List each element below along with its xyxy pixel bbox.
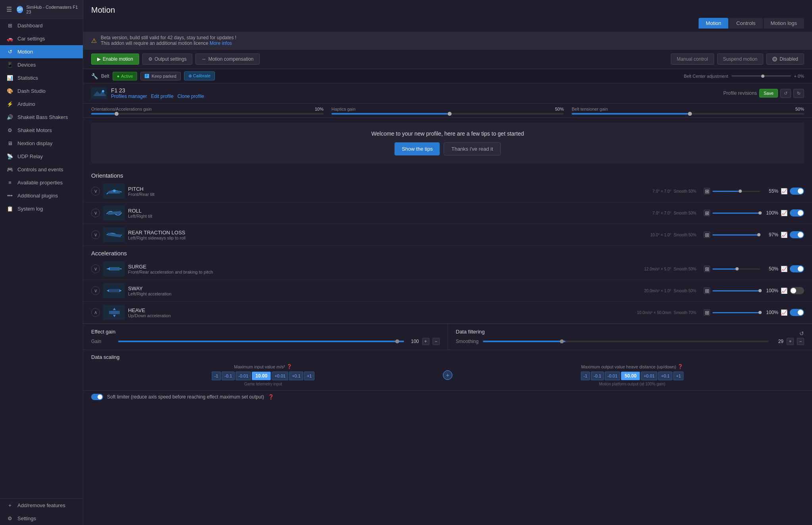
surge-toggle[interactable]: [790, 265, 804, 272]
manual-control-button[interactable]: Manual control: [671, 54, 714, 65]
redo-button[interactable]: ↻: [793, 89, 804, 98]
rear-traction-toggle[interactable]: [790, 231, 804, 238]
soft-limiter-toggle[interactable]: [91, 394, 103, 400]
pitch-slider[interactable]: [712, 191, 760, 192]
rear-traction-settings-icon[interactable]: ⊞: [704, 232, 710, 238]
tab-motion-logs[interactable]: Motion logs: [764, 18, 804, 29]
output-value-button[interactable]: 50.00: [621, 372, 640, 380]
notice-link[interactable]: More infos: [210, 40, 232, 46]
sidebar-item-dashboard[interactable]: ⊞ Dashboard: [0, 19, 83, 32]
input-value-button[interactable]: 10.00: [252, 372, 271, 380]
orientations-gain-track[interactable]: [91, 113, 324, 115]
edit-profile-link[interactable]: Edit profile: [151, 94, 174, 99]
sidebar-item-additional-plugins[interactable]: ••• Additional plugins: [0, 189, 83, 202]
tab-controls[interactable]: Controls: [729, 18, 762, 29]
sidebar-item-dash-studio[interactable]: 🎨 Dash Studio: [0, 84, 83, 98]
scaling-input-help[interactable]: ❓: [287, 364, 292, 369]
output-settings-button[interactable]: ⚙ Output settings: [142, 54, 193, 65]
rear-traction-slider[interactable]: [712, 234, 760, 236]
profiles-manager-link[interactable]: Profiles manager: [111, 94, 147, 99]
sway-expand-button[interactable]: ∨: [91, 286, 100, 295]
smoothing-minus-button[interactable]: −: [797, 338, 804, 345]
enable-motion-button[interactable]: ▶ Enable motion: [91, 54, 139, 65]
sway-toggle[interactable]: [790, 287, 804, 294]
sidebar-item-available-properties[interactable]: ≡ Available properties: [0, 176, 83, 189]
output-plus-001-button[interactable]: +0.01: [641, 372, 657, 380]
sidebar-item-devices[interactable]: 📱 Devices: [0, 58, 83, 71]
smoothing-slider[interactable]: [483, 341, 769, 342]
sidebar-item-udp-relay[interactable]: 📡 UDP Relay: [0, 150, 83, 163]
sidebar-item-controls-events[interactable]: 🎮 Controls and events: [0, 163, 83, 176]
haptics-gain-track[interactable]: [331, 113, 564, 115]
save-button[interactable]: Save: [759, 89, 778, 98]
sidebar-item-shakeit-motors[interactable]: ⚙ Shakeit Motors: [0, 124, 83, 137]
pitch-chart-icon[interactable]: 📈: [781, 188, 787, 194]
input-plus-001-button[interactable]: +0.01: [272, 372, 288, 380]
output-plus-1-button[interactable]: +1: [673, 372, 684, 380]
data-filtering-reset-button[interactable]: ↺: [799, 330, 804, 337]
input-minus-1-button[interactable]: -1: [212, 372, 221, 380]
input-plus-01-button[interactable]: +0.1: [289, 372, 303, 380]
belt-tensioner-gain-track[interactable]: [572, 113, 804, 115]
roll-expand-button[interactable]: ∨: [91, 209, 100, 217]
pitch-settings-icon[interactable]: ⊞: [704, 188, 710, 194]
belt-active-button[interactable]: ● Active: [113, 72, 138, 80]
roll-chart-icon[interactable]: 📈: [781, 210, 787, 216]
sway-slider[interactable]: [712, 290, 760, 291]
pitch-expand-button[interactable]: ∨: [91, 187, 100, 195]
belt-center-slider[interactable]: [732, 75, 791, 77]
sidebar-item-shakeit-bass[interactable]: 🔊 Shakeit Bass Shakers: [0, 111, 83, 124]
soft-limiter-help-icon[interactable]: ❓: [268, 394, 274, 400]
belt-calibrate-button[interactable]: ⊕ Calibrate: [184, 71, 215, 80]
surge-expand-button[interactable]: ∨: [91, 264, 100, 273]
sidebar-item-settings[interactable]: ⚙ Settings: [0, 512, 83, 525]
gain-plus-button[interactable]: +: [422, 338, 429, 345]
haptics-gain-value: 50%: [555, 107, 564, 111]
heave-chart-icon[interactable]: 📈: [781, 309, 787, 316]
surge-chart-icon[interactable]: 📈: [781, 266, 787, 272]
heave-toggle[interactable]: [790, 309, 804, 316]
scaling-output-help[interactable]: ❓: [678, 364, 683, 369]
gain-slider[interactable]: [118, 341, 404, 342]
gain-minus-button[interactable]: −: [433, 338, 440, 345]
suspend-motion-button[interactable]: Suspend motion: [717, 54, 764, 65]
sidebar-item-nextion[interactable]: 🖥 Nextion display: [0, 137, 83, 150]
sidebar-item-add-remove[interactable]: + Add/remove features: [0, 499, 83, 512]
surge-settings-icon[interactable]: ⊞: [704, 266, 710, 272]
smoothing-plus-button[interactable]: +: [787, 338, 794, 345]
undo-button[interactable]: ↺: [780, 89, 791, 98]
input-minus-001-button[interactable]: -0.01: [236, 372, 251, 380]
output-minus-001-button[interactable]: -0.01: [605, 372, 620, 380]
show-tips-button[interactable]: Show the tips: [395, 142, 440, 155]
clone-profile-link[interactable]: Clone profile: [177, 94, 204, 99]
sidebar-item-system-log[interactable]: 📋 System log: [0, 202, 83, 215]
surge-slider[interactable]: [712, 268, 760, 270]
heave-slider[interactable]: [712, 312, 760, 313]
sidebar-item-car-settings[interactable]: 🚗 Car settings: [0, 32, 83, 45]
heave-expand-button[interactable]: ∧: [91, 308, 100, 317]
hamburger-button[interactable]: ☰: [5, 4, 13, 15]
roll-settings-icon[interactable]: ⊞: [704, 210, 710, 216]
output-minus-1-button[interactable]: -1: [581, 372, 590, 380]
sidebar-item-motion[interactable]: ↺ Motion: [0, 45, 83, 58]
rear-traction-expand-button[interactable]: ∨: [91, 230, 100, 239]
motion-compensation-button[interactable]: ↔ Motion compensation: [195, 54, 259, 65]
roll-toggle[interactable]: [790, 209, 804, 217]
input-plus-1-button[interactable]: +1: [304, 372, 315, 380]
scaling-row: Maximum input value m/s² ❓ -1 -0.1 -0.01…: [91, 364, 804, 386]
rear-traction-chart-icon[interactable]: 📈: [781, 232, 787, 238]
roll-slider[interactable]: [712, 213, 760, 214]
output-minus-01-button[interactable]: -0.1: [591, 372, 604, 380]
pitch-toggle[interactable]: [790, 188, 804, 195]
sidebar-item-arduino[interactable]: ⚡ Arduino: [0, 98, 83, 111]
sway-settings-icon[interactable]: ⊞: [704, 287, 710, 294]
read-tips-button[interactable]: Thanks i've read it: [444, 142, 500, 155]
input-minus-01-button[interactable]: -0.1: [222, 372, 235, 380]
output-plus-01-button[interactable]: +0.1: [658, 372, 672, 380]
heave-settings-icon[interactable]: ⊞: [704, 309, 710, 316]
scaling-add-button[interactable]: +: [443, 370, 452, 380]
tab-motion[interactable]: Motion: [699, 18, 728, 29]
sway-chart-icon[interactable]: 📈: [781, 287, 787, 294]
sidebar-item-statistics[interactable]: 📊 Statistics: [0, 71, 83, 84]
belt-keep-parked-button[interactable]: 🅿 Keep parked: [140, 72, 180, 80]
